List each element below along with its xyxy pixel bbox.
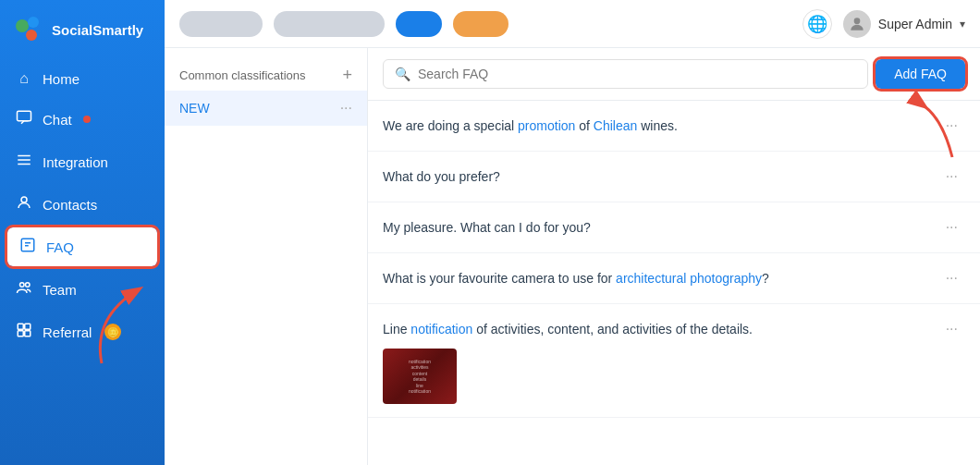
search-bar: 🔍 Add FAQ	[368, 48, 980, 101]
header-tab-3[interactable]	[396, 11, 442, 37]
sidebar-label-home: Home	[43, 71, 80, 87]
app-name: SocialSmartly	[52, 22, 143, 38]
sidebar-item-team[interactable]: Team	[0, 268, 165, 311]
faq-item-4: What is your favourite camera to use for…	[368, 253, 980, 304]
faq-thumb-text: notificationactivitiescontentdetailsline…	[405, 355, 435, 398]
sidebar-label-team: Team	[43, 282, 77, 298]
logo-area: SocialSmartly	[0, 0, 165, 59]
logo-icon	[11, 13, 44, 46]
category-options-icon[interactable]: ···	[340, 100, 352, 116]
search-icon: 🔍	[395, 67, 410, 81]
faq-item-3: My pleasure. What can I do for you? ···	[368, 202, 980, 253]
chevron-down-icon: ▾	[960, 18, 965, 31]
user-area[interactable]: Super Admin ▾	[843, 10, 965, 38]
faq-text-4: What is your favourite camera to use for…	[383, 271, 938, 286]
faq-options-icon-4[interactable]: ···	[938, 266, 965, 290]
svg-point-12	[20, 283, 25, 288]
svg-rect-15	[25, 324, 31, 329]
search-input[interactable]	[418, 67, 856, 81]
search-input-wrapper: 🔍	[383, 59, 868, 89]
header-tab-2[interactable]	[274, 11, 385, 37]
sidebar-label-contacts: Contacts	[43, 197, 97, 213]
faq-thumb-inner: notificationactivitiescontentdetailsline…	[383, 349, 457, 404]
svg-point-1	[16, 19, 29, 32]
referral-badge-coin: 🪙	[104, 324, 121, 340]
user-name: Super Admin	[878, 17, 952, 31]
sidebar: SocialSmartly ⌂ Home Chat Integration Co…	[0, 0, 165, 465]
panel-header: Common classifications +	[165, 59, 367, 91]
header-tab-4[interactable]	[453, 11, 508, 37]
chat-badge-dot	[83, 116, 91, 123]
sidebar-label-faq: FAQ	[46, 239, 74, 255]
faq-list: We are doing a special promotion of Chil…	[368, 101, 980, 465]
sidebar-item-faq[interactable]: FAQ	[7, 227, 157, 266]
chat-icon	[15, 109, 33, 129]
left-panel: Common classifications + NEW ···	[165, 48, 368, 465]
integration-icon	[15, 152, 33, 172]
svg-point-2	[28, 17, 39, 28]
faq-text-1: We are doing a special promotion of Chil…	[383, 118, 938, 133]
svg-point-13	[26, 283, 31, 288]
referral-icon	[15, 322, 33, 342]
svg-rect-16	[18, 331, 23, 337]
faq-item-2: What do you prefer? ···	[368, 152, 980, 202]
home-icon: ⌂	[15, 70, 33, 87]
faq-options-icon-5[interactable]: ···	[938, 317, 965, 341]
add-classification-button[interactable]: +	[342, 67, 352, 83]
team-icon	[15, 279, 33, 300]
category-item-new[interactable]: NEW ···	[165, 91, 367, 126]
faq-text-2: What do you prefer?	[383, 169, 938, 184]
faq-thumbnail-5: notificationactivitiescontentdetailsline…	[383, 349, 457, 404]
avatar	[843, 10, 871, 38]
faq-text-3: My pleasure. What can I do for you?	[383, 220, 938, 235]
category-name: NEW	[179, 101, 210, 116]
svg-rect-4	[18, 111, 31, 121]
header: 🌐 Super Admin ▾	[165, 0, 980, 48]
sidebar-label-chat: Chat	[43, 112, 72, 128]
sidebar-item-home[interactable]: ⌂ Home	[0, 59, 165, 98]
svg-point-8	[21, 197, 27, 202]
main-content: Common classifications + NEW ··· 🔍 Add F…	[165, 48, 980, 465]
right-panel: 🔍 Add FAQ We are doing a special promoti…	[368, 48, 980, 465]
faq-options-icon-2[interactable]: ···	[938, 165, 965, 189]
header-tab-1[interactable]	[179, 11, 263, 37]
faq-icon	[18, 237, 37, 257]
svg-point-18	[853, 18, 860, 24]
faq-item-1: We are doing a special promotion of Chil…	[368, 101, 980, 152]
svg-rect-14	[18, 324, 23, 329]
svg-rect-17	[25, 331, 31, 337]
faq-options-icon-1[interactable]: ···	[938, 114, 965, 138]
add-faq-button[interactable]: Add FAQ	[876, 59, 965, 89]
sidebar-item-integration[interactable]: Integration	[0, 141, 165, 183]
globe-icon[interactable]: 🌐	[802, 9, 832, 39]
svg-point-3	[26, 30, 37, 41]
faq-image-row: Line notification of activities, content…	[383, 317, 965, 341]
classifications-label: Common classifications	[179, 68, 306, 82]
faq-text-5: Line notification of activities, content…	[383, 322, 938, 337]
faq-item-5: Line notification of activities, content…	[368, 304, 980, 418]
contacts-icon	[15, 194, 33, 214]
sidebar-item-chat[interactable]: Chat	[0, 98, 165, 141]
sidebar-label-integration: Integration	[43, 154, 108, 170]
sidebar-item-contacts[interactable]: Contacts	[0, 183, 165, 226]
sidebar-label-referral: Referral	[43, 324, 92, 340]
sidebar-item-referral[interactable]: Referral 🪙	[0, 311, 165, 353]
faq-options-icon-3[interactable]: ···	[938, 215, 965, 239]
